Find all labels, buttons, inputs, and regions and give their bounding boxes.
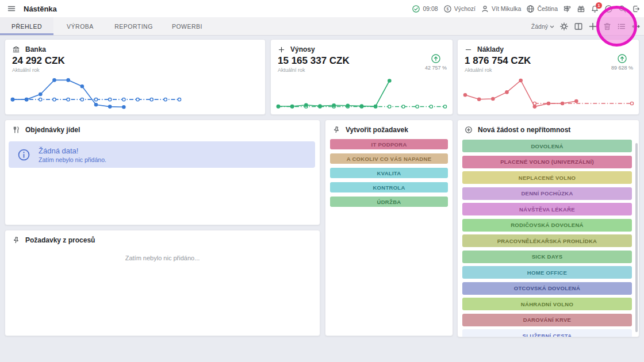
- no-data-alert: Žádná data! Zatím nebylo nic přidáno.: [9, 141, 315, 168]
- card-banka: Banka 24 292 CZK Aktuální rok: [5, 39, 266, 115]
- bell-icon[interactable]: 1: [591, 5, 599, 13]
- card-title: Banka: [25, 45, 46, 53]
- time-label: 09:08: [423, 5, 438, 12]
- absence-button-placene-volno[interactable]: PLACENÉ VOLNO (UNIVERZÁLNÍ): [462, 156, 632, 168]
- environment-label: Výchozí: [454, 5, 476, 12]
- card-title: Nová žádost o nepřítomnost: [478, 126, 570, 134]
- bank-icon: [12, 45, 20, 53]
- check-circle-icon: [412, 5, 420, 13]
- tab-powerbi[interactable]: POWERBI: [160, 17, 214, 35]
- plus-icon[interactable]: [588, 22, 597, 31]
- request-button-it-podpora[interactable]: IT PODPORA: [330, 139, 448, 149]
- person-icon: [481, 5, 489, 13]
- naklady-sparkline-chart: [462, 75, 635, 113]
- percent-label: 89 628 %: [611, 65, 633, 71]
- tab-reporting[interactable]: REPORTING: [107, 17, 160, 35]
- svg-text:$: $: [446, 7, 448, 11]
- globe-icon: [526, 5, 535, 13]
- svg-text:?: ?: [608, 7, 610, 11]
- request-button-list: IT PODPORA A COKOLIV CO VÁS NAPADNE KVAL…: [325, 134, 453, 207]
- card-naklady: Náklady 1 876 754 CZK Aktuální rok 89 62…: [457, 39, 639, 115]
- page-title: Nástěnka: [24, 5, 57, 13]
- pushpin-icon: [332, 126, 340, 134]
- card-vynosy: Výnosy 15 165 337 CZK Aktuální rok 42 75…: [270, 39, 453, 115]
- absence-button-nahradni-volno[interactable]: NÁHRADNÍ VOLNO: [462, 298, 632, 310]
- user-menu[interactable]: Vít Mikulka: [481, 5, 521, 13]
- stat-subtitle: Aktuální rok: [465, 67, 492, 73]
- card-title: Náklady: [477, 45, 504, 53]
- card-title: Výnosy: [290, 45, 315, 53]
- absence-button-rodicovska[interactable]: RODIČOVSKÁ DOVOLENÁ: [462, 219, 632, 232]
- absence-button-otcovska[interactable]: OTCOVSKÁ DOVOLENÁ: [462, 282, 632, 295]
- request-button-kvalita[interactable]: KVALITA: [330, 168, 448, 178]
- tab-vyroba[interactable]: VÝROBA: [53, 17, 107, 35]
- absence-button-darovani-krve[interactable]: DAROVÁNÍ KRVE: [462, 314, 632, 326]
- stat-value: 1 876 754 CZK: [465, 55, 531, 67]
- vertical-scrollbar[interactable]: [635, 143, 638, 332]
- absence-button-home-office[interactable]: HOME OFFICE: [462, 266, 632, 279]
- pushpin-icon: [12, 236, 20, 244]
- absence-button-dovolena[interactable]: DOVOLENÁ: [462, 140, 632, 152]
- change-indicator: 89 628 %: [611, 53, 633, 71]
- change-indicator: 42 757 %: [425, 53, 447, 71]
- alert-text: Zatím nebylo nic přidáno.: [39, 156, 106, 163]
- request-button-udrzba[interactable]: ÚDRŽBA: [330, 197, 448, 207]
- card-title: Vytvořit požadavek: [346, 126, 408, 134]
- stat-value: 15 165 337 CZK: [278, 55, 350, 67]
- search-icon[interactable]: [618, 5, 627, 13]
- card-pozadavky-z-procesu: Požadavky z procesů Zatím nebylo nic při…: [5, 230, 320, 336]
- columns-icon[interactable]: [574, 22, 583, 31]
- logout-icon[interactable]: [632, 5, 641, 13]
- absence-button-sick-days[interactable]: SICK DAYS: [462, 251, 632, 263]
- request-button-kontrola[interactable]: KONTROLA: [330, 182, 448, 192]
- hamburger-icon[interactable]: [7, 4, 16, 13]
- plus-circle-icon: [465, 126, 473, 134]
- empty-state-text: Zatím nebylo nic přidáno...: [5, 255, 320, 261]
- arrow-up-circle-icon: [617, 53, 627, 64]
- environment-select[interactable]: $ Výchozí: [443, 5, 476, 13]
- vynosy-sparkline-chart: [275, 75, 448, 113]
- absence-button-denni-pochuzka[interactable]: DENNÍ POCHŮZKA: [462, 187, 632, 200]
- dashboard-toolbar: Žádný: [531, 17, 641, 36]
- arrows-horizontal-icon[interactable]: [631, 22, 641, 31]
- request-button-cokoliv[interactable]: A COKOLIV CO VÁS NAPADNE: [330, 153, 448, 164]
- minus-icon: [465, 46, 472, 53]
- dollar-circle-icon: $: [443, 5, 452, 13]
- absence-button-prohlidka[interactable]: PRACOVNĚLÉKAŘSKÁ PROHLÍDKA: [462, 234, 632, 247]
- absence-button-neplacene-volno[interactable]: NEPLACENÉ VOLNO: [462, 171, 632, 184]
- alert-title: Žádná data!: [39, 147, 106, 155]
- stat-subtitle: Aktuální rok: [278, 67, 305, 73]
- absence-button-sluzebni-cesta[interactable]: SLUŽEBNÍ CESTA: [462, 329, 632, 337]
- stat-value: 24 292 CZK: [12, 55, 65, 67]
- filter-dropdown[interactable]: Žádný: [531, 23, 554, 30]
- card-objednavky-jidel: Objednávky jídel Žádná data! Zatím nebyl…: [5, 120, 320, 225]
- absence-button-list: DOVOLENÁ PLACENÉ VOLNO (UNIVERZÁLNÍ) NEP…: [458, 134, 639, 337]
- language-label: Čeština: [537, 5, 558, 12]
- absence-button-navsteva-lekare[interactable]: NÁVŠTĚVA LÉKAŘE: [462, 203, 632, 215]
- app-header: Nástěnka 09:08 $ Výchozí Vít Mikulka Češ…: [0, 0, 644, 17]
- plus-icon: [278, 46, 285, 53]
- card-title: Požadavky z procesů: [25, 236, 95, 244]
- list-icon[interactable]: [617, 22, 626, 31]
- header-right: 09:08 $ Výchozí Vít Mikulka Čeština 1 ?: [412, 0, 641, 17]
- tab-prehled[interactable]: PŘEHLED: [0, 17, 53, 35]
- chevron-down-icon: [550, 25, 554, 28]
- arrow-up-circle-icon: [431, 53, 441, 64]
- restaurant-icon: [12, 126, 20, 134]
- signpost-icon[interactable]: [563, 5, 572, 13]
- help-icon[interactable]: ?: [604, 5, 613, 13]
- banka-sparkline-chart: [10, 75, 182, 113]
- trash-icon[interactable]: [603, 22, 612, 31]
- language-select[interactable]: Čeština: [526, 5, 558, 13]
- percent-label: 42 757 %: [425, 65, 447, 71]
- filter-label: Žádný: [531, 23, 548, 30]
- time-status[interactable]: 09:08: [412, 5, 438, 13]
- gear-icon[interactable]: [559, 22, 569, 31]
- card-title: Objednávky jídel: [25, 126, 80, 134]
- info-circle-icon: [17, 148, 31, 162]
- notification-badge: 1: [596, 2, 602, 9]
- gift-icon[interactable]: [577, 5, 585, 13]
- card-vytvorit-pozadavek: Vytvořit požadavek IT PODPORA A COKOLIV …: [325, 120, 453, 336]
- card-nova-zadost-o-nepritomnost: Nová žádost o nepřítomnost DOVOLENÁ PLAC…: [457, 120, 639, 337]
- stat-subtitle: Aktuální rok: [12, 67, 40, 73]
